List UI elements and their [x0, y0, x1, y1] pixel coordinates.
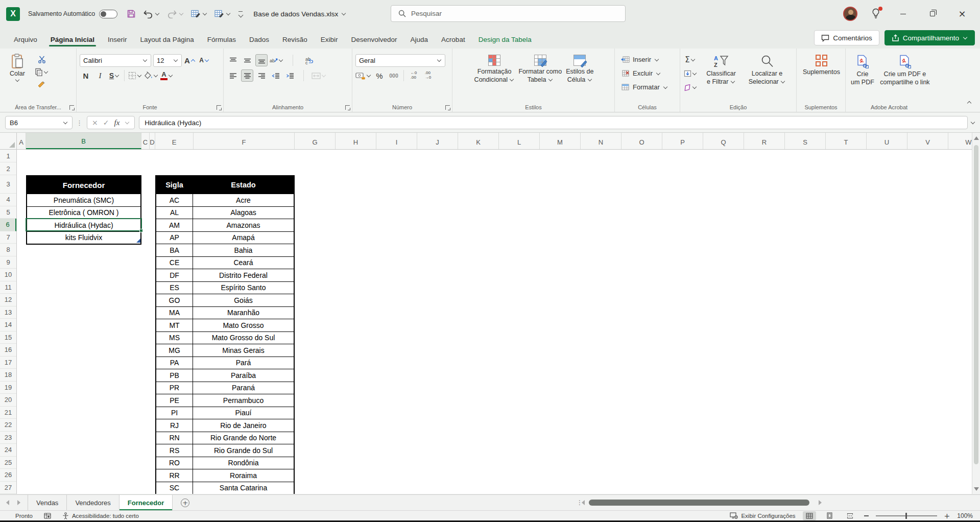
cancel-icon[interactable]: × [92, 118, 98, 127]
column-header-w[interactable]: W [948, 133, 972, 149]
estado-row-sc[interactable]: SCSanta Catarina [156, 482, 294, 494]
create-pdf-button[interactable]: Crieum PDF [849, 53, 876, 102]
quick-command-table-2[interactable] [214, 10, 231, 18]
row-header-25[interactable]: 25 [0, 457, 16, 469]
align-right-button[interactable] [255, 69, 268, 82]
close-button[interactable]: × [954, 6, 970, 21]
estado-row-mt[interactable]: MTMato Grosso [156, 319, 294, 331]
decrease-decimal-button[interactable]: .00→0 [422, 69, 434, 82]
borders-button[interactable] [128, 69, 142, 82]
row-header-16[interactable]: 16 [0, 344, 16, 357]
column-header-c[interactable]: C [141, 133, 150, 149]
estado-row-ac[interactable]: ACAcre [156, 194, 294, 206]
qat-overflow-icon[interactable] [238, 11, 243, 17]
name-box[interactable]: B6 [5, 116, 73, 129]
collapse-ribbon-button[interactable] [967, 99, 972, 108]
estado-cell[interactable]: Bahia [193, 244, 294, 256]
sigla-cell[interactable]: DF [156, 269, 193, 281]
column-header-e[interactable]: E [155, 133, 194, 149]
row-header-22[interactable]: 22 [0, 419, 16, 432]
estado-cell[interactable]: Distrito Federal [193, 269, 294, 281]
sigla-cell[interactable]: ES [156, 282, 193, 294]
estado-cell[interactable]: Rio Grande do Norte [193, 432, 294, 444]
merge-center-button[interactable] [312, 69, 326, 82]
select-all-corner[interactable] [0, 133, 17, 149]
row-header-27[interactable]: 27 [0, 482, 16, 494]
estado-cell[interactable]: Goiás [193, 294, 294, 306]
sigla-cell[interactable]: CE [156, 257, 193, 269]
fill-handle[interactable] [139, 229, 143, 232]
sigla-cell[interactable]: AP [156, 232, 193, 244]
ribbon-tab-ajuda[interactable]: Ajuda [404, 31, 435, 49]
column-header-m[interactable]: M [540, 133, 581, 149]
orientation-button[interactable]: ab [270, 54, 283, 66]
horizontal-scrollbar[interactable]: ⋮ [577, 494, 980, 510]
sort-filter-button[interactable]: AZ Classificare Filtrar [700, 53, 742, 102]
underline-button[interactable]: S [108, 69, 121, 82]
font-name-combo[interactable]: Calibri [80, 54, 151, 67]
estado-row-pi[interactable]: PIPiauí [156, 407, 294, 419]
sigla-cell[interactable]: RO [156, 457, 193, 469]
fornecedor-row-4[interactable]: kits Fluidvix [27, 231, 140, 244]
estado-row-rs[interactable]: RSRio Grande do Sul [156, 444, 294, 457]
estado-row-es[interactable]: ESEspírito Santo [156, 281, 294, 294]
fornecedor-row-2[interactable]: Eletrônica ( OMRON ) [27, 206, 140, 219]
accounting-format-button[interactable] [355, 69, 371, 82]
sheet-tab-fornecedor[interactable]: Fornecedor [119, 495, 173, 510]
estado-row-rr[interactable]: RRRoraima [156, 469, 294, 482]
display-settings-button[interactable]: Exibir Configurações [730, 512, 795, 519]
estado-cell[interactable]: Rondônia [193, 457, 294, 469]
ribbon-tab-acrobat[interactable]: Acrobat [435, 31, 472, 49]
estado-cell[interactable]: Santa Catarina [193, 482, 294, 494]
autosave-control[interactable]: Salvamento Automático [28, 10, 117, 18]
estado-row-am[interactable]: AMAmazonas [156, 219, 294, 231]
estado-cell[interactable]: Rio de Janeiro [193, 419, 294, 432]
column-header-d[interactable]: D [150, 133, 155, 149]
estado-cell[interactable]: Pará [193, 357, 294, 369]
zoom-slider[interactable] [876, 515, 937, 516]
number-dialog-launcher[interactable] [445, 105, 450, 110]
estado-row-go[interactable]: GOGoiás [156, 294, 294, 306]
fornecedor-table-header[interactable]: Fornecedor [27, 176, 140, 194]
document-title[interactable]: Base de dados Vendas.xlsx [253, 10, 346, 18]
zoom-level[interactable]: 100% [957, 512, 973, 519]
row-header-23[interactable]: 23 [0, 432, 16, 444]
row-header-19[interactable]: 19 [0, 382, 16, 394]
scroll-right-arrow[interactable] [819, 500, 822, 505]
zoom-in-button[interactable]: + [944, 512, 950, 519]
insert-function-icon[interactable]: fx [114, 118, 119, 127]
estado-row-pe[interactable]: PEPernambuco [156, 394, 294, 407]
sigla-cell[interactable]: PB [156, 369, 193, 382]
row-header-4[interactable]: 4 [0, 194, 16, 206]
italic-button[interactable]: I [94, 69, 106, 82]
clipboard-dialog-launcher[interactable] [69, 105, 74, 110]
estado-row-ma[interactable]: MAMaranhão [156, 306, 294, 319]
horizontal-scroll-thumb[interactable] [589, 500, 809, 506]
ribbon-tab-design-da-tabela[interactable]: Design da Tabela [472, 31, 538, 49]
ribbon-tab-formulas[interactable]: Fórmulas [201, 31, 243, 49]
copy-button[interactable] [35, 67, 49, 77]
fill-button[interactable] [683, 67, 697, 80]
sigla-cell[interactable]: RR [156, 469, 193, 482]
vertical-scrollbar[interactable] [972, 133, 980, 494]
expand-formula-bar-button[interactable] [968, 121, 978, 125]
row-header-15[interactable]: 15 [0, 331, 16, 344]
sigla-cell[interactable]: AC [156, 194, 193, 206]
estado-row-rn[interactable]: RNRio Grande do Norte [156, 432, 294, 444]
increase-font-button[interactable]: A [184, 54, 196, 66]
estado-row-df[interactable]: DFDistrito Federal [156, 269, 294, 281]
account-avatar[interactable] [843, 7, 857, 21]
share-button[interactable]: Compartilhamento [885, 30, 975, 45]
sigla-cell[interactable]: PA [156, 357, 193, 369]
row-header-21[interactable]: 21 [0, 407, 16, 419]
column-header-o[interactable]: O [622, 133, 662, 149]
estado-cell[interactable]: Mato Grosso [193, 319, 294, 331]
table-resize-handle[interactable] [136, 239, 140, 243]
zoom-slider-thumb[interactable] [905, 513, 907, 519]
ribbon-tab-layout-da-pagina[interactable]: Layout da Página [134, 31, 201, 49]
fill-color-button[interactable] [144, 69, 158, 82]
find-select-button[interactable]: Localizar eSelecionar [745, 53, 789, 102]
decrease-indent-button[interactable] [270, 69, 282, 82]
row-header-7[interactable]: 7 [0, 231, 16, 244]
row-header-2[interactable]: 2 [0, 162, 16, 175]
